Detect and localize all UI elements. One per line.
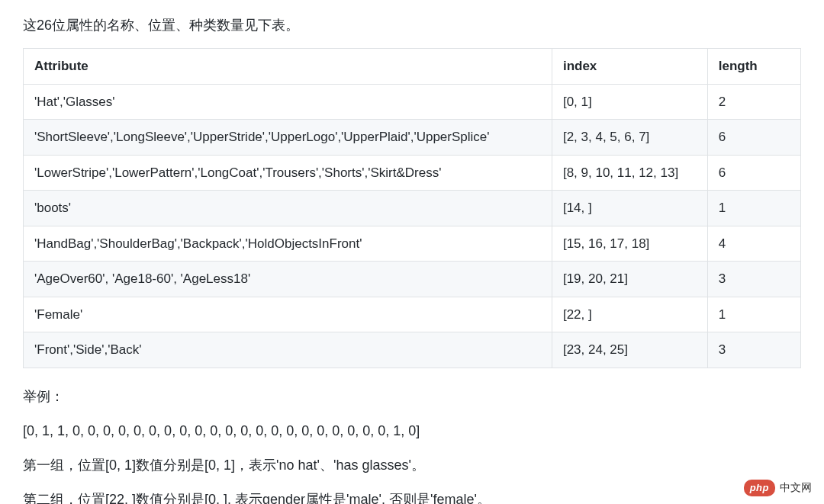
cell-index: [2, 3, 4, 5, 6, 7] xyxy=(552,120,707,156)
table-row: 'Hat','Glasses' [0, 1] 2 xyxy=(24,84,801,120)
table-row: 'ShortSleeve','LongSleeve','UpperStride'… xyxy=(24,120,801,156)
header-index: index xyxy=(552,49,707,85)
watermark: php 中文网 xyxy=(744,480,812,496)
intro-text: 这26位属性的名称、位置、种类数量见下表。 xyxy=(23,15,801,36)
cell-index: [15, 16, 17, 18] xyxy=(552,226,707,262)
table-row: 'Front','Side','Back' [23, 24, 25] 3 xyxy=(24,332,801,368)
table-row: 'HandBag','ShoulderBag','Backpack','Hold… xyxy=(24,226,801,262)
example-vector: [0, 1, 1, 0, 0, 0, 0, 0, 0, 0, 0, 0, 0, … xyxy=(23,421,801,441)
table-row: 'boots' [14, ] 1 xyxy=(24,191,801,226)
table-row: 'LowerStripe','LowerPattern','LongCoat',… xyxy=(24,155,801,191)
cell-attribute: 'Female' xyxy=(24,297,552,332)
cell-index: [23, 24, 25] xyxy=(552,332,707,368)
attributes-table: Attribute index length 'Hat','Glasses' [… xyxy=(23,48,801,368)
table-row: 'Female' [22, ] 1 xyxy=(24,297,801,332)
cell-index: [22, ] xyxy=(552,297,707,332)
cell-length: 3 xyxy=(707,262,800,297)
cell-attribute: 'LowerStripe','LowerPattern','LongCoat',… xyxy=(24,155,552,191)
example-label: 举例： xyxy=(23,387,801,407)
cell-length: 3 xyxy=(707,332,800,368)
header-length: length xyxy=(707,49,800,85)
example-group1: 第一组，位置[0, 1]数值分别是[0, 1]，表示'no hat'、'has … xyxy=(23,455,801,476)
table-header-row: Attribute index length xyxy=(24,49,801,85)
cell-index: [14, ] xyxy=(552,191,707,226)
cell-length: 1 xyxy=(707,191,800,226)
table-row: 'AgeOver60', 'Age18-60', 'AgeLess18' [19… xyxy=(24,262,801,297)
cell-length: 6 xyxy=(707,155,800,191)
cell-attribute: 'ShortSleeve','LongSleeve','UpperStride'… xyxy=(24,120,552,156)
cell-length: 6 xyxy=(707,120,800,156)
cell-index: [19, 20, 21] xyxy=(552,262,707,297)
cell-length: 1 xyxy=(707,297,800,332)
cell-attribute: 'HandBag','ShoulderBag','Backpack','Hold… xyxy=(24,226,552,262)
cell-index: [8, 9, 10, 11, 12, 13] xyxy=(552,155,707,191)
header-attribute: Attribute xyxy=(24,49,552,85)
cell-length: 2 xyxy=(707,84,800,120)
example-group2: 第二组，位置[22, ]数值分别是[0, ], 表示gender属性是'male… xyxy=(23,490,801,505)
watermark-text: 中文网 xyxy=(780,480,812,496)
watermark-badge: php xyxy=(744,480,775,496)
cell-index: [0, 1] xyxy=(552,84,707,120)
cell-length: 4 xyxy=(707,226,800,262)
cell-attribute: 'Hat','Glasses' xyxy=(24,84,552,120)
cell-attribute: 'AgeOver60', 'Age18-60', 'AgeLess18' xyxy=(24,262,552,297)
cell-attribute: 'Front','Side','Back' xyxy=(24,332,552,368)
cell-attribute: 'boots' xyxy=(24,191,552,226)
